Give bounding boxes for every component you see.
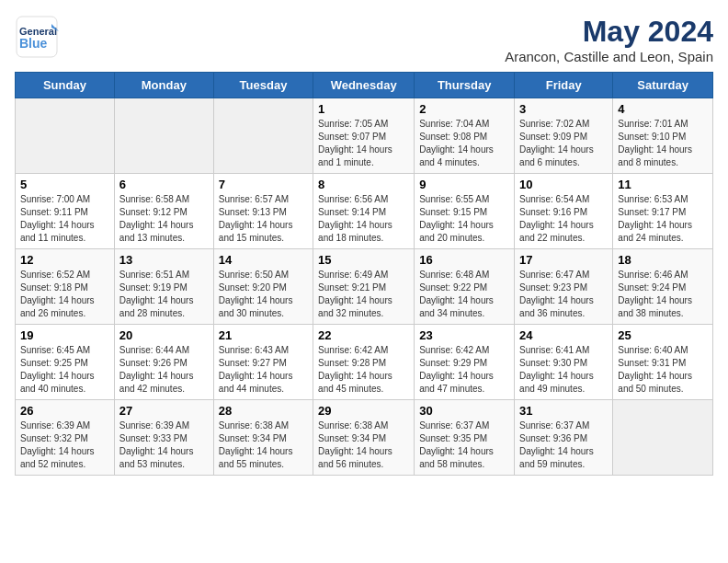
cell-info: Sunrise: 6:41 AM Sunset: 9:30 PM Dayligh…: [519, 344, 608, 396]
cell-info: Sunrise: 6:58 AM Sunset: 9:12 PM Dayligh…: [119, 193, 209, 245]
calendar-week-row: 26Sunrise: 6:39 AM Sunset: 9:32 PM Dayli…: [16, 400, 713, 476]
cell-info: Sunrise: 6:44 AM Sunset: 9:26 PM Dayligh…: [119, 344, 209, 396]
calendar-cell: 18Sunrise: 6:46 AM Sunset: 9:24 PM Dayli…: [613, 249, 713, 325]
calendar-cell: 28Sunrise: 6:38 AM Sunset: 9:34 PM Dayli…: [213, 400, 313, 476]
calendar-cell: 26Sunrise: 6:39 AM Sunset: 9:32 PM Dayli…: [16, 400, 115, 476]
cell-info: Sunrise: 6:40 AM Sunset: 9:31 PM Dayligh…: [618, 344, 708, 396]
day-number: 26: [20, 404, 109, 418]
cell-info: Sunrise: 6:51 AM Sunset: 9:19 PM Dayligh…: [119, 269, 209, 320]
calendar-cell: 2Sunrise: 7:04 AM Sunset: 9:08 PM Daylig…: [415, 98, 515, 174]
weekday-header-sunday: Sunday: [16, 73, 115, 98]
day-number: 23: [419, 328, 509, 342]
calendar-cell: 31Sunrise: 6:37 AM Sunset: 9:36 PM Dayli…: [515, 400, 613, 476]
cell-info: Sunrise: 6:57 AM Sunset: 9:13 PM Dayligh…: [219, 193, 308, 245]
calendar-cell: 13Sunrise: 6:51 AM Sunset: 9:19 PM Dayli…: [114, 249, 213, 325]
calendar-cell: 16Sunrise: 6:48 AM Sunset: 9:22 PM Dayli…: [415, 249, 515, 325]
cell-info: Sunrise: 6:56 AM Sunset: 9:14 PM Dayligh…: [318, 193, 409, 245]
cell-info: Sunrise: 7:00 AM Sunset: 9:11 PM Dayligh…: [20, 193, 109, 245]
calendar-cell: 27Sunrise: 6:39 AM Sunset: 9:33 PM Dayli…: [114, 400, 213, 476]
calendar-cell: 10Sunrise: 6:54 AM Sunset: 9:16 PM Dayli…: [515, 174, 613, 249]
cell-info: Sunrise: 6:52 AM Sunset: 9:18 PM Dayligh…: [20, 269, 109, 320]
svg-text:Blue: Blue: [19, 36, 48, 51]
cell-info: Sunrise: 6:46 AM Sunset: 9:24 PM Dayligh…: [618, 269, 708, 320]
cell-info: Sunrise: 6:47 AM Sunset: 9:23 PM Dayligh…: [519, 269, 608, 320]
calendar-cell: 30Sunrise: 6:37 AM Sunset: 9:35 PM Dayli…: [415, 400, 515, 476]
weekday-header-thursday: Thursday: [415, 73, 515, 98]
cell-info: Sunrise: 6:37 AM Sunset: 9:35 PM Dayligh…: [419, 419, 509, 471]
calendar-cell: 4Sunrise: 7:01 AM Sunset: 9:10 PM Daylig…: [613, 98, 713, 174]
cell-info: Sunrise: 6:39 AM Sunset: 9:33 PM Dayligh…: [119, 419, 209, 471]
day-number: 8: [318, 178, 409, 191]
day-number: 7: [219, 178, 308, 191]
calendar-week-row: 5Sunrise: 7:00 AM Sunset: 9:11 PM Daylig…: [16, 174, 713, 249]
weekday-header-row: SundayMondayTuesdayWednesdayThursdayFrid…: [16, 73, 713, 98]
calendar-cell: 8Sunrise: 6:56 AM Sunset: 9:14 PM Daylig…: [313, 174, 415, 249]
calendar-week-row: 12Sunrise: 6:52 AM Sunset: 9:18 PM Dayli…: [16, 249, 713, 325]
day-number: 24: [519, 328, 608, 342]
calendar-cell: [613, 400, 713, 476]
calendar-cell: 6Sunrise: 6:58 AM Sunset: 9:12 PM Daylig…: [114, 174, 213, 249]
calendar-cell: 11Sunrise: 6:53 AM Sunset: 9:17 PM Dayli…: [613, 174, 713, 249]
logo-svg: General Blue: [15, 15, 59, 59]
calendar-cell: 15Sunrise: 6:49 AM Sunset: 9:21 PM Dayli…: [313, 249, 415, 325]
day-number: 6: [119, 178, 209, 191]
cell-info: Sunrise: 7:02 AM Sunset: 9:09 PM Dayligh…: [519, 118, 608, 169]
cell-info: Sunrise: 7:01 AM Sunset: 9:10 PM Dayligh…: [618, 118, 708, 169]
location-title: Arancon, Castille and Leon, Spain: [505, 49, 713, 64]
day-number: 28: [219, 404, 308, 418]
cell-info: Sunrise: 6:42 AM Sunset: 9:28 PM Dayligh…: [318, 344, 409, 396]
day-number: 15: [318, 253, 409, 267]
calendar-cell: [213, 98, 313, 174]
day-number: 13: [119, 253, 209, 267]
calendar-cell: 24Sunrise: 6:41 AM Sunset: 9:30 PM Dayli…: [515, 325, 613, 400]
day-number: 21: [219, 328, 308, 342]
cell-info: Sunrise: 6:53 AM Sunset: 9:17 PM Dayligh…: [618, 193, 708, 245]
calendar-cell: 23Sunrise: 6:42 AM Sunset: 9:29 PM Dayli…: [415, 325, 515, 400]
cell-info: Sunrise: 6:38 AM Sunset: 9:34 PM Dayligh…: [219, 419, 308, 471]
day-number: 4: [618, 102, 708, 116]
day-number: 16: [419, 253, 509, 267]
cell-info: Sunrise: 6:55 AM Sunset: 9:15 PM Dayligh…: [419, 193, 509, 245]
calendar-week-row: 19Sunrise: 6:45 AM Sunset: 9:25 PM Dayli…: [16, 325, 713, 400]
cell-info: Sunrise: 6:43 AM Sunset: 9:27 PM Dayligh…: [219, 344, 308, 396]
calendar-cell: 7Sunrise: 6:57 AM Sunset: 9:13 PM Daylig…: [213, 174, 313, 249]
cell-info: Sunrise: 7:04 AM Sunset: 9:08 PM Dayligh…: [419, 118, 509, 169]
day-number: 10: [519, 178, 608, 191]
day-number: 19: [20, 328, 109, 342]
calendar-cell: 3Sunrise: 7:02 AM Sunset: 9:09 PM Daylig…: [515, 98, 613, 174]
cell-info: Sunrise: 6:38 AM Sunset: 9:34 PM Dayligh…: [318, 419, 409, 471]
weekday-header-wednesday: Wednesday: [313, 73, 415, 98]
day-number: 29: [318, 404, 409, 418]
cell-info: Sunrise: 6:39 AM Sunset: 9:32 PM Dayligh…: [20, 419, 109, 471]
calendar-week-row: 1Sunrise: 7:05 AM Sunset: 9:07 PM Daylig…: [16, 98, 713, 174]
cell-info: Sunrise: 6:48 AM Sunset: 9:22 PM Dayligh…: [419, 269, 509, 320]
calendar-cell: 29Sunrise: 6:38 AM Sunset: 9:34 PM Dayli…: [313, 400, 415, 476]
cell-info: Sunrise: 6:54 AM Sunset: 9:16 PM Dayligh…: [519, 193, 608, 245]
cell-info: Sunrise: 6:49 AM Sunset: 9:21 PM Dayligh…: [318, 269, 409, 320]
day-number: 14: [219, 253, 308, 267]
cell-info: Sunrise: 7:05 AM Sunset: 9:07 PM Dayligh…: [318, 118, 409, 169]
calendar-cell: 20Sunrise: 6:44 AM Sunset: 9:26 PM Dayli…: [114, 325, 213, 400]
day-number: 31: [519, 404, 608, 418]
cell-info: Sunrise: 6:37 AM Sunset: 9:36 PM Dayligh…: [519, 419, 608, 471]
calendar-cell: 14Sunrise: 6:50 AM Sunset: 9:20 PM Dayli…: [213, 249, 313, 325]
weekday-header-saturday: Saturday: [613, 73, 713, 98]
cell-info: Sunrise: 6:50 AM Sunset: 9:20 PM Dayligh…: [219, 269, 308, 320]
day-number: 11: [618, 178, 708, 191]
calendar-cell: 12Sunrise: 6:52 AM Sunset: 9:18 PM Dayli…: [16, 249, 115, 325]
day-number: 17: [519, 253, 608, 267]
day-number: 30: [419, 404, 509, 418]
cell-info: Sunrise: 6:42 AM Sunset: 9:29 PM Dayligh…: [419, 344, 509, 396]
calendar-cell: 19Sunrise: 6:45 AM Sunset: 9:25 PM Dayli…: [16, 325, 115, 400]
day-number: 27: [119, 404, 209, 418]
calendar-cell: [16, 98, 115, 174]
weekday-header-tuesday: Tuesday: [213, 73, 313, 98]
day-number: 3: [519, 102, 608, 116]
calendar-cell: 5Sunrise: 7:00 AM Sunset: 9:11 PM Daylig…: [16, 174, 115, 249]
day-number: 1: [318, 102, 409, 116]
calendar-cell: 22Sunrise: 6:42 AM Sunset: 9:28 PM Dayli…: [313, 325, 415, 400]
cell-info: Sunrise: 6:45 AM Sunset: 9:25 PM Dayligh…: [20, 344, 109, 396]
day-number: 20: [119, 328, 209, 342]
day-number: 2: [419, 102, 509, 116]
calendar-cell: 17Sunrise: 6:47 AM Sunset: 9:23 PM Dayli…: [515, 249, 613, 325]
